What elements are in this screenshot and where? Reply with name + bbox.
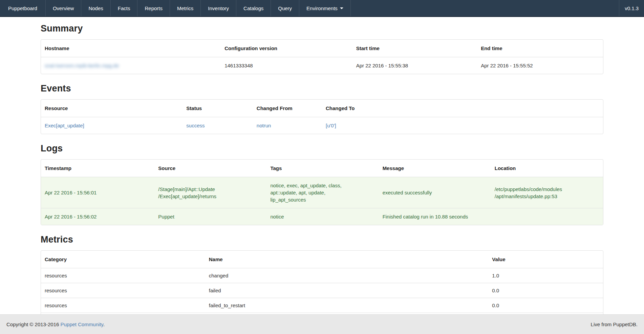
log-tags: notice — [266, 208, 379, 225]
nav-item-overview[interactable]: Overview — [46, 0, 82, 16]
summary-table: Hostname Configuration version Start tim… — [41, 39, 603, 74]
metrics-col-name: Name — [205, 251, 489, 268]
metric-category: resources — [41, 283, 205, 298]
navbar: Puppetboard Overview Nodes Facts Reports… — [0, 0, 644, 17]
metric-name: failed_to_restart — [205, 298, 489, 313]
log-timestamp: Apr 22 2016 - 15:56:01 — [41, 177, 154, 208]
events-col-status: Status — [183, 100, 253, 117]
nav-item-query[interactable]: Query — [271, 0, 299, 16]
events-col-changed-from: Changed From — [253, 100, 322, 117]
environments-label: Environments — [306, 5, 338, 11]
live-from-puppetdb-text: Live from PuppetDB. — [591, 321, 638, 327]
event-resource-link[interactable]: Exec[apt_update] — [45, 123, 84, 128]
metric-category: resources — [41, 268, 205, 283]
event-changed-from-link[interactable]: notrun — [257, 123, 271, 128]
event-changed-to-link[interactable]: [u'0'] — [326, 123, 336, 128]
log-source: Puppet — [154, 208, 266, 225]
hostname-link[interactable]: snat-tservom.mpib-berlin.mpg.de — [45, 63, 119, 68]
metrics-heading: Metrics — [41, 234, 603, 245]
summary-row: snat-tservom.mpib-berlin.mpg.de 14613333… — [41, 57, 603, 74]
summary-col-config-version: Configuration version — [221, 40, 352, 57]
nav-item-metrics[interactable]: Metrics — [170, 0, 201, 16]
logs-col-timestamp: Timestamp — [41, 160, 154, 177]
summary-header-row: Hostname Configuration version Start tim… — [41, 40, 603, 57]
main-content: Summary Hostname Configuration version S… — [41, 23, 603, 329]
logs-table: Timestamp Source Tags Message Location A… — [41, 159, 603, 225]
metric-category: resources — [41, 298, 205, 313]
metric-value: 0.0 — [488, 298, 603, 313]
nav-item-environments-dropdown[interactable]: Environments — [299, 0, 351, 16]
logs-col-message: Message — [379, 160, 491, 177]
events-col-resource: Resource — [41, 100, 183, 117]
nav-item-inventory[interactable]: Inventory — [201, 0, 236, 16]
footer: Copyright © 2013-2016 Puppet Community. … — [0, 314, 644, 334]
caret-down-icon — [340, 7, 343, 9]
event-row: Exec[apt_update] success notrun [u'0'] — [41, 117, 603, 134]
config-version-value: 1461333348 — [221, 57, 352, 74]
log-location: /etc/puppetlabs/code/modules /apt/manife… — [491, 177, 603, 208]
logs-col-location: Location — [491, 160, 603, 177]
metrics-col-value: Value — [488, 251, 603, 268]
log-tags: notice, exec, apt_update, class, apt::up… — [266, 177, 379, 208]
event-status-link[interactable]: success — [186, 123, 205, 128]
summary-heading: Summary — [41, 23, 603, 34]
log-row: Apr 22 2016 - 15:56:01 /Stage[main]/Apt:… — [41, 177, 603, 208]
logs-col-tags: Tags — [266, 160, 379, 177]
log-row: Apr 22 2016 - 15:56:02 Puppet notice Fin… — [41, 208, 603, 225]
log-timestamp: Apr 22 2016 - 15:56:02 — [41, 208, 154, 225]
nav-item-facts[interactable]: Facts — [111, 0, 138, 16]
metrics-header-row: Category Name Value — [41, 251, 603, 268]
summary-col-hostname: Hostname — [41, 40, 221, 57]
log-message: executed successfully — [379, 177, 491, 208]
logs-heading: Logs — [41, 143, 603, 154]
events-heading: Events — [41, 83, 603, 94]
page: Puppetboard Overview Nodes Facts Reports… — [0, 0, 644, 334]
navbar-spacer — [351, 0, 619, 16]
log-message: Finished catalog run in 10.88 seconds — [379, 208, 491, 225]
metric-value: 1.0 — [488, 268, 603, 283]
metrics-col-category: Category — [41, 251, 205, 268]
copyright-prefix: Copyright © 2013-2016 — [6, 321, 61, 327]
metric-name: changed — [205, 268, 489, 283]
metric-row: resources changed 1.0 — [41, 268, 603, 283]
summary-col-end-time: End time — [477, 40, 603, 57]
end-time-value: Apr 22 2016 - 15:55:52 — [477, 57, 603, 74]
events-table: Resource Status Changed From Changed To … — [41, 99, 603, 134]
copyright-text: Copyright © 2013-2016 Puppet Community. — [6, 321, 105, 327]
copyright-suffix: . — [103, 321, 105, 327]
metric-row: resources failed 0.0 — [41, 283, 603, 298]
logs-header-row: Timestamp Source Tags Message Location — [41, 160, 603, 177]
start-time-value: Apr 22 2016 - 15:55:38 — [352, 57, 477, 74]
metric-row: resources failed_to_restart 0.0 — [41, 298, 603, 313]
nav-item-nodes[interactable]: Nodes — [81, 0, 110, 16]
events-col-changed-to: Changed To — [322, 100, 603, 117]
version-label: v0.1.3 — [619, 0, 644, 16]
logs-col-source: Source — [154, 160, 266, 177]
events-header-row: Resource Status Changed From Changed To — [41, 100, 603, 117]
summary-col-start-time: Start time — [352, 40, 477, 57]
nav-item-reports[interactable]: Reports — [137, 0, 170, 16]
navbar-brand[interactable]: Puppetboard — [0, 0, 46, 16]
metric-value: 0.0 — [488, 283, 603, 298]
puppet-community-link[interactable]: Puppet Community — [61, 321, 103, 327]
log-source: /Stage[main]/Apt::Update /Exec[apt_updat… — [154, 177, 266, 208]
log-location — [491, 208, 603, 225]
metric-name: failed — [205, 283, 489, 298]
nav-item-catalogs[interactable]: Catalogs — [236, 0, 271, 16]
